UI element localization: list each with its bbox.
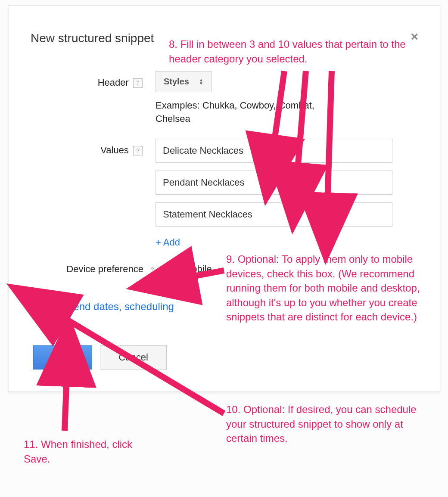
device-preference-label: Device preference xyxy=(66,264,143,274)
header-label-col: Header ? xyxy=(31,71,147,88)
annotation-step8: 8. Fill in between 3 and 10 values that … xyxy=(169,37,427,66)
help-icon[interactable]: ? xyxy=(133,78,143,88)
button-row: Save Cancel xyxy=(33,345,418,370)
header-select-value: Styles xyxy=(164,77,189,87)
value-input-2[interactable] xyxy=(156,171,392,195)
annotation-step11: 11. When finished, click Save. xyxy=(24,437,157,466)
values-row: Values ? + Add xyxy=(31,139,418,248)
annotation-step10: 10. Optional: If desired, you can schedu… xyxy=(226,402,433,446)
mobile-checkbox[interactable] xyxy=(168,264,178,274)
header-row: Header ? Styles ▲▼ Examples: Chukka, Cow… xyxy=(31,71,418,126)
value-input-3[interactable] xyxy=(156,202,392,227)
header-label: Header xyxy=(98,77,129,88)
value-input-1[interactable] xyxy=(156,139,392,163)
expand-plus-icon[interactable]: + xyxy=(33,302,43,311)
help-icon[interactable]: ? xyxy=(148,265,157,274)
values-field-col: + Add xyxy=(147,139,418,248)
schedule-link[interactable]: Start/end dates, scheduling xyxy=(49,301,174,313)
header-field-col: Styles ▲▼ Examples: Chukka, Cowboy, Comb… xyxy=(147,71,418,126)
mobile-checkbox-label: Mobile xyxy=(184,264,212,275)
header-examples: Examples: Chukka, Cowboy, Combat, Chelse… xyxy=(156,99,345,126)
values-label: Values xyxy=(100,145,129,155)
save-button[interactable]: Save xyxy=(33,345,92,370)
help-icon[interactable]: ? xyxy=(133,146,143,155)
header-select[interactable]: Styles ▲▼ xyxy=(156,71,212,92)
annotation-step9: 9. Optional: To apply them only to mobil… xyxy=(226,252,429,324)
device-label-wrap: Device preference ? xyxy=(31,264,160,275)
chevron-updown-icon: ▲▼ xyxy=(199,78,203,85)
cancel-button[interactable]: Cancel xyxy=(100,345,166,370)
add-value-link[interactable]: + Add xyxy=(156,237,180,248)
values-label-col: Values ? xyxy=(31,139,147,156)
